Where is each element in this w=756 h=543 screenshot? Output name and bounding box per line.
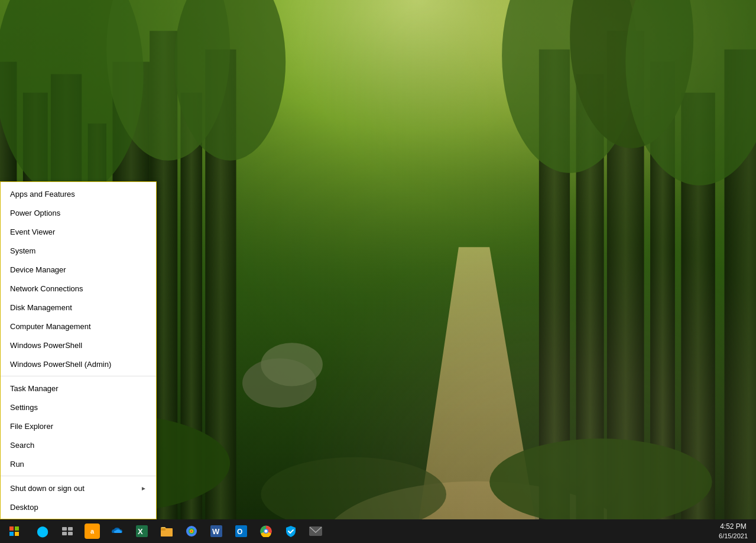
menu-item-computer-management[interactable]: Computer Management — [1, 317, 156, 336]
taskbar-security-button[interactable] — [279, 519, 303, 543]
mail-icon — [309, 526, 322, 536]
svg-point-48 — [265, 530, 268, 533]
menu-item-windows-powershell[interactable]: Windows PowerShell — [1, 336, 156, 355]
svg-rect-31 — [68, 527, 73, 531]
svg-text:W: W — [212, 527, 220, 536]
taskbar-cortana-button[interactable]: ⬤ — [31, 519, 54, 543]
amazon-icon: a — [85, 524, 100, 539]
chrome-icon — [260, 525, 272, 537]
menu-item-search[interactable]: Search — [1, 435, 156, 454]
taskbar-onedrive-button[interactable] — [105, 519, 129, 543]
desktop: Apps and Features Power Options Event Vi… — [0, 0, 756, 543]
menu-section-tools: Apps and Features Power Options Event Vi… — [1, 182, 156, 376]
svg-rect-32 — [62, 532, 67, 535]
taskview-icon — [62, 527, 73, 535]
svg-point-27 — [489, 438, 712, 525]
menu-section-power: Shut down or sign out ► Desktop — [1, 476, 156, 519]
onedrive-icon — [111, 527, 124, 535]
menu-item-desktop[interactable]: Desktop — [1, 498, 156, 516]
clock-date: 6/15/2021 — [719, 532, 748, 540]
clock-time: 4:52 PM — [719, 522, 748, 532]
svg-text:X: X — [138, 527, 143, 536]
svg-rect-37 — [161, 528, 166, 531]
outlook-icon: O — [235, 525, 247, 537]
taskbar-clock[interactable]: 4:52 PM 6/15/2021 — [715, 521, 751, 541]
menu-item-shut-down-or-sign-out[interactable]: Shut down or sign out ► — [1, 479, 156, 498]
taskbar: ⬤ a — [0, 519, 756, 543]
svg-text:O: O — [237, 528, 242, 536]
menu-item-network-connections[interactable]: Network Connections — [1, 279, 156, 298]
menu-item-event-viewer[interactable]: Event Viewer — [1, 222, 156, 241]
menu-item-system[interactable]: System — [1, 241, 156, 260]
submenu-arrow-icon: ► — [141, 485, 147, 492]
taskbar-word-button[interactable]: W — [205, 519, 228, 543]
menu-item-run[interactable]: Run — [1, 454, 156, 473]
taskbar-outlook-button[interactable]: O — [229, 519, 253, 543]
security-icon — [285, 525, 296, 537]
windows-logo-icon — [9, 526, 19, 536]
word-icon: W — [210, 525, 222, 537]
taskbar-browser-button[interactable] — [180, 519, 203, 543]
browser-icon — [186, 525, 197, 537]
menu-item-apps-and-features[interactable]: Apps and Features — [1, 184, 156, 203]
cortana-icon: ⬤ — [37, 525, 48, 538]
excel-icon: X — [136, 525, 148, 537]
taskbar-chrome-button[interactable] — [254, 519, 278, 543]
menu-item-power-options[interactable]: Power Options — [1, 203, 156, 222]
menu-item-disk-management[interactable]: Disk Management — [1, 298, 156, 317]
svg-point-29 — [261, 343, 323, 386]
taskbar-file-explorer-button[interactable] — [155, 519, 179, 543]
start-button[interactable] — [0, 519, 28, 543]
taskbar-mail-button[interactable] — [304, 519, 327, 543]
taskbar-apps: ⬤ a — [28, 519, 330, 543]
menu-item-settings[interactable]: Settings — [1, 398, 156, 417]
taskbar-system-tray: 4:52 PM 6/15/2021 — [715, 521, 756, 541]
menu-item-windows-powershell-admin[interactable]: Windows PowerShell (Admin) — [1, 355, 156, 373]
file-explorer-icon — [161, 526, 173, 537]
menu-item-file-explorer[interactable]: File Explorer — [1, 417, 156, 435]
menu-item-device-manager[interactable]: Device Manager — [1, 260, 156, 279]
svg-rect-33 — [68, 532, 73, 535]
menu-section-utilities: Task Manager Settings File Explorer Sear… — [1, 376, 156, 476]
taskbar-amazon-button[interactable]: a — [80, 519, 104, 543]
taskbar-taskview-button[interactable] — [56, 519, 79, 543]
svg-rect-30 — [62, 527, 67, 531]
context-menu: Apps and Features Power Options Event Vi… — [0, 181, 157, 519]
menu-item-task-manager[interactable]: Task Manager — [1, 379, 156, 398]
svg-point-41 — [191, 531, 193, 532]
taskbar-excel-button[interactable]: X — [130, 519, 154, 543]
